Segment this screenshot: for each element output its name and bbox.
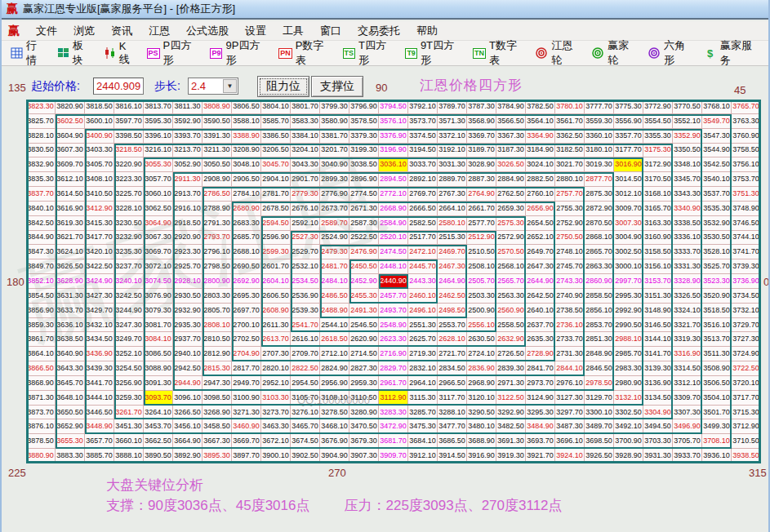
toolbar-t-number-table[interactable]: TNT数字表 <box>470 37 526 69</box>
grid-cell: 3074.50 <box>144 274 173 289</box>
grid-cell: 3458.50 <box>203 419 232 434</box>
grid-cell: 3936.10 <box>702 449 732 463</box>
toolbar-label: 赢家服务 <box>720 38 759 68</box>
gann-square-title: 江恩价格四方形 <box>420 76 523 95</box>
toolbar-p-square[interactable]: PSP四方形 <box>145 37 201 69</box>
grid-cell: 3708.10 <box>702 434 732 449</box>
toolbar-hexagon[interactable]: 六角形 <box>646 37 695 69</box>
resistance-button[interactable]: 阻力位 <box>257 76 309 97</box>
grid-cell: 2584.90 <box>379 216 408 231</box>
grid-cell: 2596.90 <box>261 231 291 246</box>
toolbar-gann-wheel[interactable]: 江恩轮 <box>533 37 582 69</box>
grid-cell: 3864.10 <box>26 347 56 361</box>
grid-cell: 2779.30 <box>291 187 320 202</box>
grid-cell: 3777.70 <box>585 100 614 114</box>
grid-cell: 3242.50 <box>114 289 144 304</box>
toolbar-p-number-table[interactable]: PNP数字表 <box>276 37 332 69</box>
grid-cell: 2721.70 <box>438 347 467 361</box>
grid-cell: 3417.70 <box>85 231 114 246</box>
grid-cell: 2616.10 <box>291 332 320 347</box>
grid-cell: 3216.10 <box>144 144 173 158</box>
grid-cell: 3343.30 <box>673 187 702 202</box>
grid-cell: 3907.30 <box>349 449 379 463</box>
grid-cell: 3175.30 <box>643 144 673 158</box>
grid-cell: 3026.50 <box>496 157 526 172</box>
grid-cell: 3254.50 <box>114 361 144 376</box>
grid-cell: 3472.90 <box>379 419 408 434</box>
toolbar-kline[interactable]: K线 <box>101 38 137 69</box>
toolbar-winner-service[interactable]: $赢家服务 <box>702 37 761 69</box>
grid-cell: 3496.90 <box>673 419 702 434</box>
toolbar-label: T数字表 <box>489 38 523 68</box>
grid-cell: 3717.70 <box>732 391 761 406</box>
toolbar-quotes[interactable]: 行情 <box>8 37 47 69</box>
grid-cell: 2623.30 <box>379 332 408 347</box>
grid-cell: 3614.50 <box>56 187 85 202</box>
toolbar-label: K线 <box>119 40 135 67</box>
grid-cell: 2524.90 <box>320 231 349 246</box>
grid-cell: 2630.50 <box>467 332 496 347</box>
toolbar-9t-square[interactable]: T99T四方形 <box>403 37 463 69</box>
grid-cell: 3451.30 <box>114 419 144 434</box>
grid-cell: 3100.90 <box>232 391 261 406</box>
grid-cell: 3151.30 <box>643 289 673 304</box>
grid-cell: 3079.30 <box>144 304 173 318</box>
grid-cell: 3009.70 <box>614 202 643 216</box>
grid-cell: 2642.50 <box>526 289 555 304</box>
grid-cell: 3576.10 <box>379 114 408 129</box>
grid-cell: 2460.10 <box>408 289 438 304</box>
support-button[interactable]: 支撑位 <box>311 76 363 97</box>
grid-cell: 2930.50 <box>173 289 203 304</box>
toolbar-9p-square[interactable]: P99P四方形 <box>207 37 269 69</box>
9p-square-icon: P9 <box>210 48 222 59</box>
start-price-input[interactable] <box>93 78 144 95</box>
chevron-down-icon[interactable]: ▼ <box>223 79 237 93</box>
grid-cell: 3211.30 <box>203 144 232 158</box>
grid-cell: 3820.90 <box>56 100 85 114</box>
grid-cell: 3532.90 <box>702 216 732 231</box>
grid-cell: 2983.30 <box>614 361 643 376</box>
toolbar-winner-wheel[interactable]: 赢家轮 <box>590 37 639 69</box>
grid-cell: 3141.70 <box>643 347 673 361</box>
grid-cell: 2628.10 <box>438 332 467 347</box>
grid-cell: 3892.90 <box>173 449 203 463</box>
grid-cell: 3676.90 <box>320 434 349 449</box>
grid-cell: 2832.10 <box>408 361 438 376</box>
grid-cell: 2942.50 <box>173 361 203 376</box>
grid-cell: 2467.30 <box>438 259 467 274</box>
grid-cell: 2911.30 <box>173 172 203 187</box>
grid-cell: 2978.50 <box>585 376 614 391</box>
grid-cell: 3626.50 <box>56 259 85 274</box>
grid-cell: 3052.90 <box>173 157 203 172</box>
grid-cell: 2863.30 <box>585 259 614 274</box>
grid-cell: 3340.90 <box>673 202 702 216</box>
grid-cell: 2760.10 <box>526 187 555 202</box>
grid-cell: 2608.90 <box>261 304 291 318</box>
grid-cell: 3103.30 <box>261 391 291 406</box>
grid-cell: 3650.50 <box>56 406 85 420</box>
step-combobox[interactable]: 2.4 ▼ <box>188 78 238 95</box>
grid-cell: 3916.90 <box>467 449 496 463</box>
toolbar-t-square[interactable]: TST四方形 <box>340 37 396 69</box>
grid-cell: 3352.90 <box>673 129 702 144</box>
grid-cell: 3429.70 <box>85 304 114 318</box>
grid-cell: 2476.90 <box>349 245 379 259</box>
grid-cell: 3638.50 <box>56 332 85 347</box>
grid-cell: 3616.90 <box>56 202 85 216</box>
grid-cell: 3144.10 <box>643 332 673 347</box>
grid-cell: 3098.50 <box>203 391 232 406</box>
grid-cell: 3883.30 <box>56 449 85 463</box>
grid-cell: 2601.70 <box>261 259 291 274</box>
grid-cell: 3117.70 <box>438 391 467 406</box>
support-text: 支撑：90度3036点、45度3016点 <box>106 498 309 513</box>
grid-cell: 3321.70 <box>673 318 702 333</box>
toolbar-sectors[interactable]: 板块 <box>55 37 94 69</box>
grid-cell: 2606.50 <box>261 289 291 304</box>
grid-cell: 3686.50 <box>438 434 467 449</box>
sectors-icon <box>57 47 69 59</box>
grid-cell: 3004.90 <box>614 231 643 246</box>
grid-cell: 2743.30 <box>555 274 585 289</box>
grid-cell: 3518.50 <box>702 304 732 318</box>
grid-cell: 3652.90 <box>56 419 85 434</box>
app-window: 赢 赢家江恩专业版[赢家服务平台] - [价格正方形] 赢 文件浏览资讯江恩公式… <box>0 0 770 532</box>
